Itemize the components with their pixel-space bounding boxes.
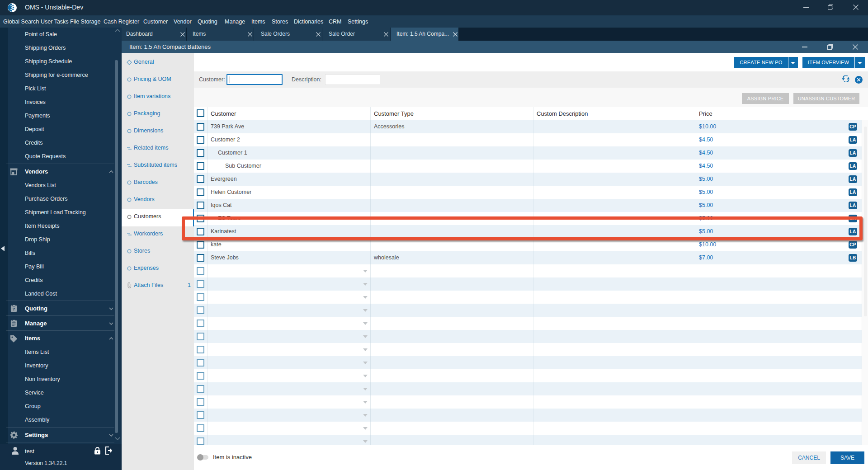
svg-text:?: ? <box>13 307 15 311</box>
